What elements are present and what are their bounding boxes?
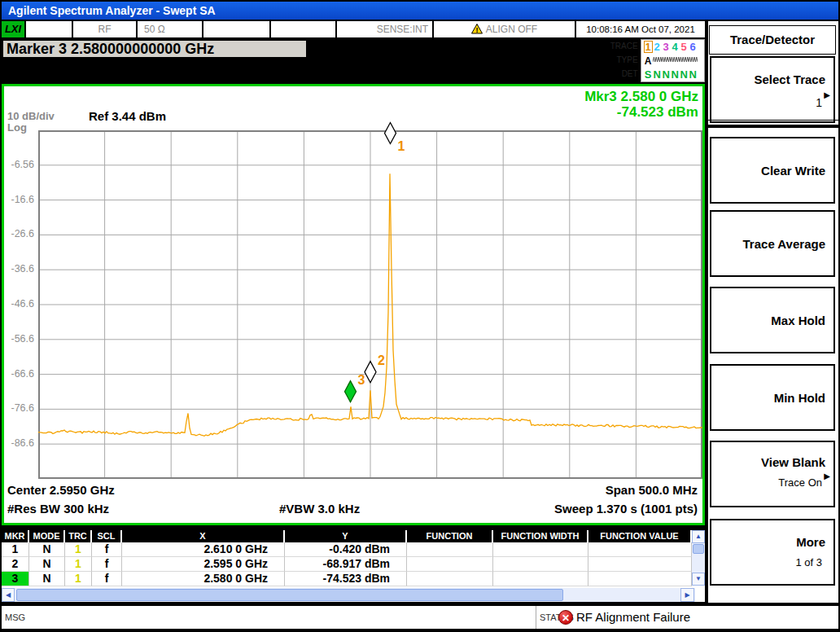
table-cell[interactable]: -68.917 dBm	[285, 557, 407, 572]
toolbar-cell-blank	[26, 21, 72, 37]
type-row-label: TYPE	[604, 53, 638, 67]
table-header-function-value: FUNCTION VALUE	[588, 530, 692, 542]
spectrum-analyzer-screen: { "window": {"title": "Agilent Spectrum …	[0, 0, 840, 632]
vertical-scrollbar[interactable]: ▲ ▼	[692, 530, 705, 586]
spectrum-display: Mkr3 2.580 0 GHz -74.523 dBm 10 dB/div L…	[2, 84, 705, 525]
marker-2-diamond-icon[interactable]	[365, 362, 376, 383]
window-titlebar: Agilent Spectrum Analyzer - Swept SA	[2, 2, 838, 20]
table-cell[interactable]	[407, 542, 493, 557]
table-header-x: X	[122, 530, 285, 542]
table-cell[interactable]	[493, 542, 588, 557]
vbw-label: #VBW 3.0 kHz	[279, 502, 360, 516]
trace-legend: TRACE TYPE DET 123456 A SNNNNN	[604, 39, 705, 82]
table-cell[interactable]	[493, 572, 588, 586]
center-freq-label: Center 2.5950 GHz	[7, 483, 115, 497]
trigger-block: Trig: Free Run #Atten: 12 dB	[314, 55, 444, 81]
table-cell[interactable]	[407, 557, 493, 572]
scroll-up-button[interactable]: ▲	[692, 530, 705, 543]
detector-letter: N	[662, 68, 671, 81]
table-cell[interactable]: N	[29, 572, 65, 586]
max-hold-label: Max Hold	[771, 314, 825, 327]
marker-table-grid: MKRMODETRCSCLXYFUNCTIONFUNCTION WIDTHFUN…	[2, 530, 692, 586]
table-cell[interactable]: f	[92, 542, 122, 557]
table-cell[interactable]: f	[92, 557, 122, 572]
loop-arrow-icon	[277, 59, 296, 70]
horizontal-scroll-thumb[interactable]	[16, 589, 563, 601]
table-header-trc: TRC	[65, 530, 92, 542]
table-cell[interactable]: 2.580 0 GHz	[122, 572, 285, 586]
marker-readout: Mkr3 2.580 0 GHz -74.523 dBm	[584, 89, 698, 120]
marker-3-label: 3	[358, 373, 365, 387]
marker-3-diamond-icon[interactable]	[345, 381, 357, 402]
table-header-mkr: MKR	[2, 530, 29, 542]
span-label: Span 500.0 MHz	[606, 483, 698, 497]
detector-letter: S	[644, 68, 653, 81]
table-cell[interactable]: -74.523 dBm	[285, 572, 407, 586]
waveform-icon	[653, 55, 662, 64]
detector-letter: N	[689, 68, 698, 81]
detector-letter: N	[671, 68, 680, 81]
more-label: More	[796, 535, 825, 549]
table-cell[interactable]: f	[92, 572, 122, 586]
align-off-label: ALIGN OFF	[486, 24, 537, 35]
table-cell[interactable]: -0.420 dBm	[285, 542, 407, 557]
table-cell[interactable]: 2	[2, 557, 29, 572]
status-message: RF Alignment Failure	[576, 606, 690, 629]
sweep-label: Sweep 1.370 s (1001 pts)	[554, 502, 698, 516]
datetime-display: 10:08:16 AM Oct 07, 2021	[576, 21, 705, 37]
detector-letter: N	[653, 68, 662, 81]
window-title: Agilent Spectrum Analyzer - Swept SA	[8, 4, 216, 17]
trigger-setting: Trig: Free Run	[314, 55, 444, 68]
table-header-mode: MODE	[29, 530, 65, 542]
trace-average-label: Trace Average	[743, 237, 825, 251]
softkey-min-hold[interactable]: Min Hold	[710, 364, 835, 431]
softkey-trace-average[interactable]: Trace Average	[710, 210, 835, 277]
table-cell[interactable]: 2.610 0 GHz	[122, 542, 285, 557]
scroll-right-button[interactable]: ▶	[680, 588, 694, 602]
error-icon: ✕	[558, 610, 573, 625]
avg-type-setting: Avg Type: Log-Pwr	[444, 39, 599, 53]
marker-1-diamond-icon[interactable]	[385, 123, 396, 144]
table-cell[interactable]: 1	[65, 542, 92, 557]
table-cell[interactable]: 1	[2, 542, 29, 557]
softkey-max-hold[interactable]: Max Hold	[710, 287, 835, 353]
softkey-clear-write[interactable]: Clear Write	[710, 137, 835, 204]
trace-row-label: TRACE	[604, 39, 638, 53]
status-bar: MSG STATUS ✕ RF Alignment Failure	[2, 606, 838, 629]
table-cell[interactable]: 1	[65, 572, 92, 586]
ext-gain-setting: Ext Gain: -1.44 dB	[444, 67, 599, 81]
table-cell[interactable]	[493, 557, 588, 572]
table-cell[interactable]	[588, 572, 692, 586]
table-cell[interactable]: N	[29, 557, 65, 572]
clear-write-label: Clear Write	[761, 164, 825, 178]
active-function-banner: Marker 3 2.580000000000 GHz	[2, 39, 308, 59]
menu-title: Trace/Detector	[709, 25, 836, 55]
softkey-view-blank[interactable]: View Blank ▶ Trace On	[710, 441, 835, 507]
table-cell[interactable]	[407, 572, 493, 586]
avg-hold-setting: Avg|Hold: 7/100	[444, 53, 599, 67]
softkey-more[interactable]: More 1 of 3	[710, 519, 835, 586]
table-cell[interactable]: N	[29, 542, 65, 557]
scroll-down-button[interactable]: ▼	[692, 573, 705, 586]
vertical-scroll-thumb[interactable]	[693, 544, 704, 554]
waveform-icon	[662, 55, 671, 64]
align-off-indicator: !ALIGN OFF	[434, 21, 575, 37]
table-cell[interactable]: 1	[65, 557, 92, 572]
marker-1-label: 1	[398, 139, 405, 153]
waveform-icon	[680, 55, 689, 64]
horizontal-scrollbar[interactable]: ◀ ▶	[2, 588, 695, 602]
lxi-logo: LXI	[2, 21, 24, 37]
softkey-menu: Trace/Detector Select Trace ▶ 1 Clear Wr…	[708, 21, 838, 603]
softkey-select-trace[interactable]: Select Trace ▶ 1	[710, 56, 835, 123]
submenu-arrow-icon: ▶	[824, 472, 830, 481]
table-cell[interactable]: 2.595 0 GHz	[122, 557, 285, 572]
toolbar-cell-blank	[271, 21, 335, 37]
table-cell[interactable]	[588, 557, 692, 572]
table-cell[interactable]: 3	[2, 572, 29, 586]
y-axis-tick-label: -56.6	[4, 333, 34, 345]
table-cell[interactable]	[588, 542, 692, 557]
table-header-function: FUNCTION	[407, 530, 493, 542]
scroll-left-button[interactable]: ◀	[2, 588, 15, 602]
impedance-coupling-indicator: 50 Ω AC	[138, 21, 202, 37]
table-header-y: Y	[285, 530, 407, 542]
